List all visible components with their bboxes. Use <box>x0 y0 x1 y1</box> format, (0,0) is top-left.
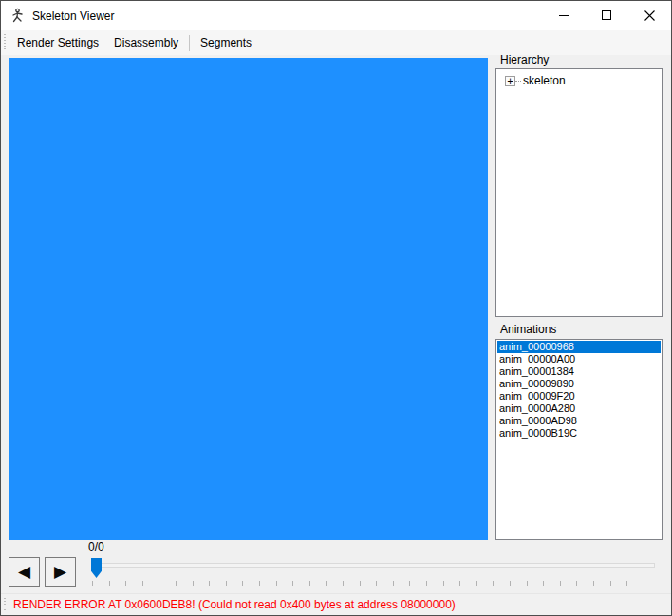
list-item[interactable]: anim_00000968 <box>497 341 661 353</box>
maximize-button[interactable] <box>586 1 628 30</box>
list-item[interactable]: anim_00000A00 <box>497 353 661 365</box>
window-title: Skeleton Viewer <box>32 9 115 23</box>
menu-render-settings[interactable]: Render Settings <box>9 32 106 53</box>
menu-segments[interactable]: Segments <box>193 32 259 53</box>
list-item[interactable]: anim_0000AD98 <box>497 415 661 427</box>
skeleton-viewer-window: Skeleton Viewer Render Settings Disassem… <box>0 0 672 616</box>
title-bar: Skeleton Viewer <box>1 1 671 30</box>
status-bar: RENDER ERROR AT 0x0600DEB8! (Could not r… <box>1 593 671 615</box>
next-frame-button[interactable]: ▶ <box>45 557 76 587</box>
minimize-button[interactable] <box>543 1 586 30</box>
close-button[interactable] <box>628 1 671 30</box>
tree-node-skeleton[interactable]: + skeleton <box>505 74 662 87</box>
render-viewport[interactable] <box>9 58 488 540</box>
menu-bar: Render Settings Disassembly Segments <box>1 30 671 55</box>
close-icon <box>644 10 655 21</box>
hierarchy-tree[interactable]: + skeleton <box>495 68 663 317</box>
frame-slider-ticks <box>92 581 654 586</box>
frame-slider-track[interactable] <box>91 563 655 568</box>
render-error-message: RENDER ERROR AT 0x0600DEB8! (Could not r… <box>13 598 456 611</box>
animations-label: Animations <box>500 323 556 336</box>
list-item[interactable]: anim_00001384 <box>497 365 661 378</box>
list-item[interactable]: anim_0000B19C <box>497 427 661 439</box>
maximize-icon <box>602 10 612 21</box>
prev-frame-button[interactable]: ◀ <box>9 557 40 587</box>
toolstrip-grip[interactable] <box>4 34 6 51</box>
next-frame-icon: ▶ <box>54 562 66 582</box>
hierarchy-label: Hierarchy <box>500 53 549 66</box>
menu-disassembly[interactable]: Disassembly <box>106 32 186 53</box>
frame-slider-thumb[interactable] <box>91 558 102 578</box>
skeleton-icon <box>9 8 26 24</box>
menu-separator <box>189 35 190 51</box>
tree-node-label[interactable]: skeleton <box>523 74 566 87</box>
statusbar-grip <box>4 598 6 611</box>
frame-counter: 0/0 <box>88 540 104 553</box>
tree-expand-icon[interactable]: + <box>505 76 515 86</box>
minimize-icon <box>559 10 569 21</box>
list-item[interactable]: anim_00009890 <box>497 378 661 390</box>
list-item[interactable]: anim_00009F20 <box>497 390 661 402</box>
animations-list[interactable]: anim_00000968 anim_00000A00 anim_0000138… <box>495 339 663 540</box>
prev-frame-icon: ◀ <box>18 562 30 582</box>
list-item[interactable]: anim_0000A280 <box>497 402 661 415</box>
tree-connector <box>515 81 521 82</box>
